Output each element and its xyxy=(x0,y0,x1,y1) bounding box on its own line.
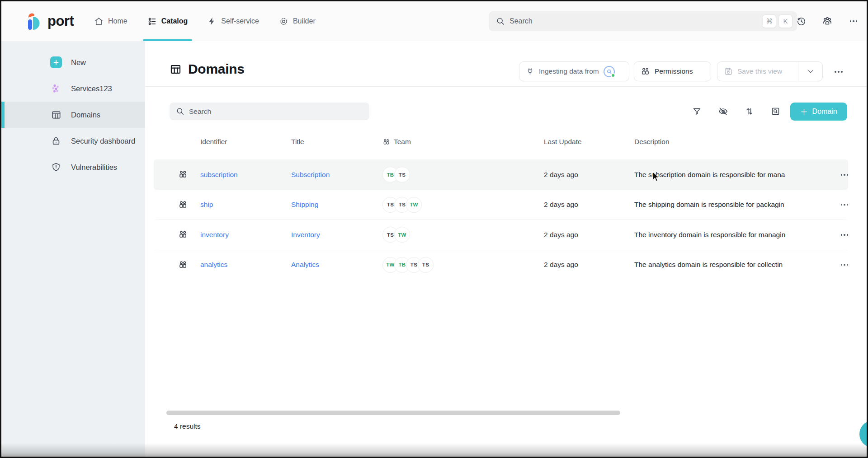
save-view-button[interactable]: Save this view xyxy=(717,67,793,76)
global-search[interactable]: ⌘ K xyxy=(489,11,797,31)
search-icon xyxy=(496,17,505,26)
hide-columns-icon xyxy=(718,106,728,117)
save-view-dropdown[interactable] xyxy=(798,62,822,81)
tab-catalog[interactable]: Catalog xyxy=(147,1,188,41)
sidebar-item-security-dashboard-label: Security dashboard xyxy=(71,137,135,145)
integration-badge-icon xyxy=(604,66,615,77)
teams-button[interactable] xyxy=(820,14,835,29)
search-icon xyxy=(176,107,184,116)
team-avatar[interactable]: TS xyxy=(418,257,434,273)
column-header-description[interactable]: Description xyxy=(634,138,833,146)
title-link[interactable]: Inventory xyxy=(291,231,320,238)
domain-blueprint-icon xyxy=(178,170,188,179)
sidebar-item-domains-label: Domains xyxy=(71,111,100,119)
home-icon xyxy=(94,17,104,26)
identifier-link[interactable]: ship xyxy=(200,201,213,208)
column-header-last-update[interactable]: Last Update xyxy=(544,138,634,146)
row-more-button[interactable] xyxy=(837,199,852,210)
page-title: Domains xyxy=(170,61,245,77)
title-link[interactable]: Shipping xyxy=(291,201,318,208)
table-search-input[interactable] xyxy=(189,107,363,116)
ingesting-data-button[interactable]: Ingesting data from xyxy=(519,61,629,81)
cmd-keycap: ⌘ xyxy=(762,14,776,28)
chevron-down-icon xyxy=(807,67,815,75)
add-domain-button[interactable]: Domain xyxy=(790,103,847,121)
save-view-label: Save this view xyxy=(737,67,782,75)
ingesting-data-label: Ingesting data from xyxy=(539,67,599,75)
tab-self-service[interactable]: Self-service xyxy=(208,1,259,41)
port-logo-icon xyxy=(25,11,43,32)
top-navbar: port Home Catalog Self-service Builder xyxy=(1,1,867,41)
team-avatar[interactable]: TW xyxy=(406,197,422,213)
table-row[interactable]: ship Shipping TSTSTW 2 days ago The ship… xyxy=(154,190,848,220)
history-button[interactable] xyxy=(793,14,809,29)
plus-icon xyxy=(800,108,808,116)
row-more-button[interactable] xyxy=(837,229,852,240)
title-link[interactable]: Subscription xyxy=(291,171,330,178)
more-icon xyxy=(841,234,849,236)
sort-button[interactable] xyxy=(739,102,759,120)
table-row[interactable]: subscription Subscription TBTS 2 days ag… xyxy=(154,159,848,190)
table-row[interactable]: inventory Inventory TSTW 2 days ago The … xyxy=(154,220,848,250)
catalog-icon xyxy=(147,17,157,26)
sidebar-item-domains[interactable]: Domains xyxy=(1,102,145,128)
table-row[interactable]: analytics Analytics TWTBTSTS 2 days ago … xyxy=(154,250,848,280)
services-cluster-icon xyxy=(51,83,61,94)
table-header: Identifier Title Team Last Update Descri… xyxy=(154,133,848,151)
sidebar-item-services123[interactable]: Services123 xyxy=(1,75,145,102)
identifier-link[interactable]: analytics xyxy=(200,261,227,268)
team-avatars: TSTW xyxy=(382,227,544,243)
plug-icon xyxy=(526,67,534,76)
description-value: The inventory domain is responsible for … xyxy=(634,231,833,239)
tab-catalog-label: Catalog xyxy=(161,17,188,25)
history-icon xyxy=(796,16,807,27)
horizontal-scrollbar[interactable] xyxy=(166,411,620,415)
sort-icon xyxy=(745,107,754,116)
more-icon xyxy=(835,71,843,73)
row-more-button[interactable] xyxy=(837,169,852,180)
identifier-link[interactable]: subscription xyxy=(200,171,238,178)
permissions-button[interactable]: Permissions xyxy=(634,61,711,81)
group-by-button[interactable] xyxy=(765,102,785,120)
sidebar-item-vulnerabilities-label: Vulnerabilities xyxy=(71,163,117,172)
tab-builder[interactable]: Builder xyxy=(279,1,316,41)
page-more-button[interactable] xyxy=(830,66,847,78)
column-header-team[interactable]: Team xyxy=(382,138,544,146)
header-divider xyxy=(145,86,868,87)
tab-home-label: Home xyxy=(108,17,127,25)
k-keycap: K xyxy=(778,14,793,28)
last-update-value: 2 days ago xyxy=(544,261,634,269)
sidebar-item-services123-label: Services123 xyxy=(71,84,112,93)
column-header-title[interactable]: Title xyxy=(291,138,382,146)
domain-blueprint-icon xyxy=(178,230,188,239)
sidebar-item-security-dashboard[interactable]: Security dashboard xyxy=(1,128,145,154)
identifier-link[interactable]: inventory xyxy=(200,231,229,238)
sidebar-item-new[interactable]: New xyxy=(1,49,145,75)
column-header-identifier[interactable]: Identifier xyxy=(200,138,291,146)
team-avatar[interactable]: TS xyxy=(394,167,410,182)
filter-button[interactable] xyxy=(687,102,707,120)
filter-icon xyxy=(692,107,702,116)
logo-wordmark: port xyxy=(47,13,74,29)
description-value: The subscription domain is responsible f… xyxy=(634,171,833,179)
team-avatars: TBTS xyxy=(382,167,544,182)
global-search-input[interactable] xyxy=(509,17,758,25)
title-link[interactable]: Analytics xyxy=(291,261,319,268)
team-avatars: TWTBTSTS xyxy=(382,257,544,273)
app-window: port Home Catalog Self-service Builder xyxy=(0,0,868,458)
topbar-actions xyxy=(793,1,861,41)
hide-columns-button[interactable] xyxy=(713,102,733,120)
results-count: 4 results xyxy=(174,422,201,430)
tab-home[interactable]: Home xyxy=(94,1,127,41)
more-icon xyxy=(850,20,858,22)
port-logo[interactable]: port xyxy=(25,11,74,32)
tab-self-service-label: Self-service xyxy=(221,17,259,25)
more-icon xyxy=(841,264,849,266)
more-options-button[interactable] xyxy=(846,14,861,29)
team-avatar[interactable]: TW xyxy=(394,227,410,243)
last-update-value: 2 days ago xyxy=(544,201,634,209)
row-more-button[interactable] xyxy=(837,259,852,270)
shield-alert-icon xyxy=(51,162,61,172)
table-search[interactable] xyxy=(170,103,369,120)
sidebar-item-vulnerabilities[interactable]: Vulnerabilities xyxy=(1,154,145,180)
